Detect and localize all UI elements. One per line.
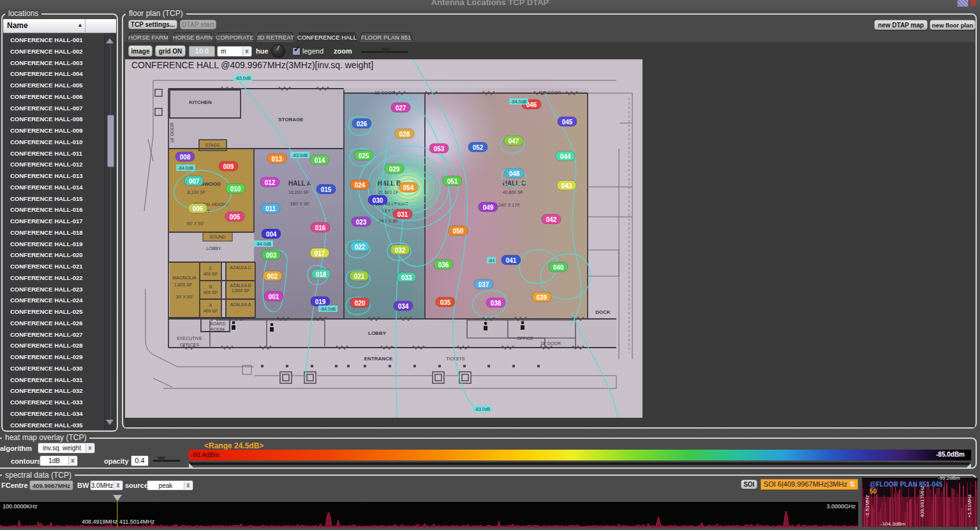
svg-text:042: 042 [546,216,557,223]
svg-text:051: 051 [447,178,458,185]
svg-text:AZALEA B: AZALEA B [230,283,251,288]
svg-text:30' X 60': 30' X 60' [176,295,193,299]
svg-text:002: 002 [267,273,278,280]
svg-text:023: 023 [356,219,367,226]
svg-text:040: 040 [553,264,564,271]
svg-text:013: 013 [272,156,283,163]
svg-text:CONFERENCE HALL @409.9967MHz(3: CONFERENCE HALL @409.9967MHz(3MHz)[inv.s… [131,60,373,70]
svg-text:008: 008 [180,154,191,161]
svg-text:029: 029 [389,166,400,173]
svg-text:LOBBY: LOBBY [368,330,387,336]
svg-text:014: 014 [315,157,325,164]
svg-text:041: 041 [506,257,517,264]
svg-text:016: 016 [315,225,326,232]
svg-text:BOARD: BOARD [210,321,226,326]
svg-text:017: 017 [315,250,325,257]
svg-text:-84.0dB: -84.0dB [178,166,194,170]
svg-text:18' DOOR: 18' DOOR [540,91,561,95]
svg-text:90' X 90': 90' X 90' [187,221,204,226]
svg-text:025: 025 [359,152,369,159]
svg-text:026: 026 [357,121,368,128]
svg-text:DOCK: DOCK [595,309,611,315]
svg-text:MAGNOLIA: MAGNOLIA [173,276,197,280]
svg-text:STORAGE: STORAGE [278,117,304,122]
svg-text:STAGE: STAGE [205,143,220,147]
svg-text:-84: -84 [488,258,494,263]
svg-text:044: 044 [560,153,571,160]
svg-text:EXECUTIVE: EXECUTIVE [177,336,202,341]
svg-text:033: 033 [401,274,412,281]
svg-text:032: 032 [395,247,406,254]
svg-text:043: 043 [561,182,572,189]
svg-text:019: 019 [315,298,326,305]
svg-text:030: 030 [373,197,383,204]
svg-text:001: 001 [269,293,279,300]
svg-text:B: B [209,284,212,289]
svg-text:045: 045 [562,119,573,126]
svg-text:-84.0dB: -84.0dB [256,242,272,246]
svg-text:-84.0dB: -84.0dB [320,307,336,311]
svg-text:HALL A: HALL A [288,180,311,187]
svg-text:027: 027 [396,105,406,112]
svg-text:A: A [209,303,212,307]
svg-text:018: 018 [316,271,327,278]
svg-text:18' DOOR: 18' DOOR [375,91,395,95]
svg-text:C: C [209,266,212,270]
svg-text:1,800 SF: 1,800 SF [174,283,192,287]
svg-text:KITCHEN: KITCHEN [189,99,212,105]
svg-text:400 SF: 400 SF [204,272,218,276]
svg-text:035: 035 [440,299,451,306]
svg-text:038: 038 [491,300,501,307]
svg-text:-84.0dB: -84.0dB [511,99,527,104]
svg-text:ENTRANCE: ENTRANCE [364,356,393,362]
svg-text:009: 009 [223,163,234,170]
svg-text:OFFICES: OFFICES [180,342,200,347]
svg-text:007: 007 [189,178,200,185]
svg-text:050: 050 [453,228,464,235]
svg-text:034: 034 [398,303,409,310]
svg-text:40,800 SF: 40,800 SF [503,190,523,195]
svg-text:039: 039 [537,294,547,301]
svg-text:015: 015 [321,186,332,193]
svg-text:OFFICE: OFFICE [517,336,533,341]
svg-text:021: 021 [354,273,365,280]
svg-text:LOBBY: LOBBY [206,246,221,251]
svg-text:8,100 SF: 8,100 SF [188,190,205,195]
svg-text:16,200 SF: 16,200 SF [288,190,309,195]
svg-text:024: 024 [355,182,366,189]
svg-text:400 SF: 400 SF [204,309,218,313]
svg-text:1,800 SF: 1,800 SF [232,288,249,293]
svg-text:048: 048 [509,170,520,177]
svg-text:010: 010 [230,186,241,193]
svg-text:180' X 90': 180' X 90' [290,202,310,206]
svg-text:020: 020 [355,300,366,307]
svg-text:012: 012 [265,179,276,186]
svg-text:054: 054 [403,184,414,191]
svg-text:037: 037 [479,281,489,288]
svg-text:049: 049 [483,204,494,211]
svg-text:ROOM: ROOM [211,327,225,332]
svg-text:18' DOOR: 18' DOOR [170,122,174,143]
svg-text:047: 047 [509,138,519,145]
svg-text:-83.0dB: -83.0dB [235,76,251,80]
svg-text:SOUND: SOUND [209,235,225,239]
svg-text:240' X 170': 240' X 170' [498,203,521,207]
svg-text:053: 053 [434,145,445,152]
svg-text:004: 004 [266,231,277,238]
svg-text:028: 028 [399,131,410,138]
svg-text:006: 006 [193,205,204,212]
svg-text:022: 022 [355,244,366,251]
svg-text:-83.0dB: -83.0dB [292,153,308,158]
svg-text:AZALEA A: AZALEA A [230,302,251,307]
svg-text:-83.0dB: -83.0dB [475,407,491,411]
svg-text:18' DOOR: 18' DOOR [540,341,561,346]
svg-text:005: 005 [230,214,241,221]
svg-text:AZALEA C: AZALEA C [230,265,251,270]
svg-text:031: 031 [397,211,408,218]
svg-text:052: 052 [473,144,484,151]
svg-text:400 SF: 400 SF [204,290,218,295]
svg-text:003: 003 [266,252,277,259]
svg-text:036: 036 [438,261,449,269]
svg-text:011: 011 [265,205,276,212]
